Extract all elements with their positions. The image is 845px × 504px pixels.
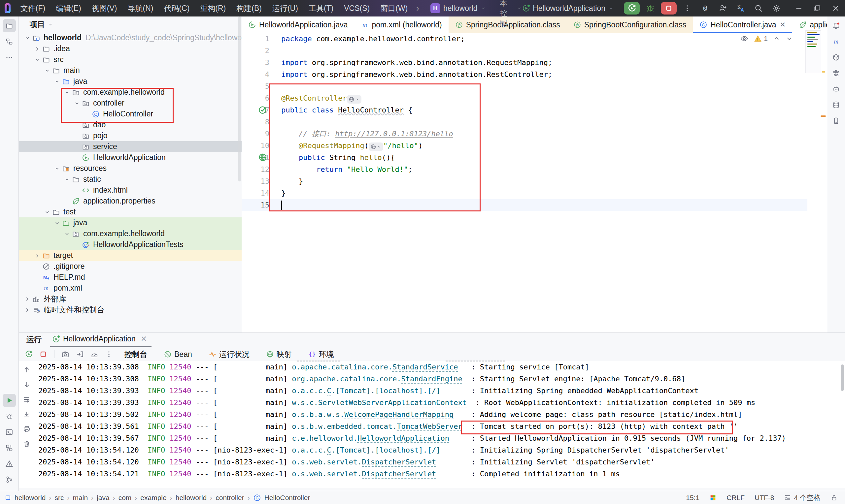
tree-item-.gitignore[interactable]: .gitignore xyxy=(18,261,242,272)
tree-item-java[interactable]: java xyxy=(18,76,242,87)
code-line[interactable] xyxy=(281,199,801,211)
view-tab-Bean[interactable]: Bean xyxy=(156,349,199,360)
stop-button[interactable] xyxy=(661,2,677,15)
chevron-down-icon[interactable] xyxy=(43,67,52,74)
console-class-link[interactable]: TomcatWebServer xyxy=(397,422,462,430)
chevron-right-icon[interactable] xyxy=(23,296,32,303)
code-line[interactable] xyxy=(281,45,801,57)
debug-button[interactable] xyxy=(643,2,657,15)
request-mapping-gutter-icon[interactable] xyxy=(258,153,268,163)
tree-item-.idea[interactable]: .idea xyxy=(18,43,242,54)
chevron-down-icon[interactable] xyxy=(786,35,793,42)
activitybar-more-icon[interactable] xyxy=(3,51,16,64)
console-class-link[interactable]: ServletWebServerApplicationContext xyxy=(318,398,467,407)
console-class-link[interactable]: DispatcherServlet xyxy=(362,470,436,478)
project-scrollbar[interactable] xyxy=(238,17,241,181)
menu-overflow-chevron-icon[interactable]: › xyxy=(413,3,423,14)
rightbar-ai-assistant-icon[interactable] xyxy=(829,83,843,96)
more-actions-icon[interactable] xyxy=(680,2,694,15)
menu-视图(V)[interactable]: 视图(V) xyxy=(87,2,122,14)
tree-item-java[interactable]: java xyxy=(18,217,242,228)
activitybar-structure-icon[interactable] xyxy=(3,35,16,48)
code-line[interactable]: import org.springframework.web.bind.anno… xyxy=(281,57,801,69)
rightbar-device-manager-icon[interactable] xyxy=(829,114,843,127)
tree-item-application.properties[interactable]: application.properties xyxy=(18,196,242,206)
code-line[interactable]: import org.springframework.web.bind.anno… xyxy=(281,69,801,80)
tree-item-HelloworldApplicationTests[interactable]: CHelloworldApplicationTests xyxy=(18,239,242,250)
tree-item-helloworld[interactable]: helloworldD:\JavaCode\study_code\SpringS… xyxy=(18,32,242,43)
mentions-icon[interactable]: @ xyxy=(698,2,712,15)
chevron-down-icon[interactable] xyxy=(63,231,71,237)
view-tab-环境[interactable]: {}环境 xyxy=(301,349,341,360)
run-tab[interactable]: HelloworldApplication ✕ xyxy=(50,335,152,347)
chevron-down-icon[interactable] xyxy=(43,209,52,215)
rightbar-notifications-icon[interactable] xyxy=(829,19,843,32)
chevron-right-icon[interactable] xyxy=(33,252,41,259)
console-class-link[interactable]: C xyxy=(327,386,331,395)
editor-tab[interactable]: mpom.xml (helloworld) xyxy=(354,17,448,33)
folded-lines-indicator[interactable] xyxy=(297,361,340,361)
menu-运行(U)[interactable]: 运行(U) xyxy=(267,2,303,14)
tree-item-pojo[interactable]: pojo xyxy=(18,130,242,141)
rerun-button[interactable] xyxy=(624,2,640,15)
editor-tab[interactable]: @SpringBootConfiguration.class xyxy=(567,17,693,33)
plugin-status-icon[interactable] xyxy=(709,494,717,501)
code-line[interactable]: @RestController xyxy=(281,92,801,104)
menu-构建(B)[interactable]: 构建(B) xyxy=(231,2,267,14)
rightbar-spring-icon[interactable] xyxy=(829,67,843,80)
chevron-down-icon[interactable] xyxy=(33,56,41,63)
code-line[interactable]: return "Hello World!"; xyxy=(281,164,801,176)
code-line[interactable]: package com.example.helloworld.controlle… xyxy=(281,33,801,45)
readonly-lock-icon[interactable] xyxy=(830,494,838,501)
tree-item-target[interactable]: target xyxy=(18,250,242,261)
comment-link[interactable]: http://127.0.0.1:8123/hello xyxy=(335,130,453,138)
maximize-button[interactable] xyxy=(808,0,827,17)
highlight-level-icon[interactable] xyxy=(740,34,749,43)
breadcrumb-item[interactable]: helloworld xyxy=(15,494,46,502)
console-class-link[interactable]: C xyxy=(327,446,331,454)
settings-icon[interactable] xyxy=(769,2,784,15)
editor-tab[interactable]: CHelloController.java✕ xyxy=(693,17,792,33)
code-line[interactable]: } xyxy=(281,187,801,199)
chevron-down-icon[interactable] xyxy=(23,35,32,41)
caret-position-widget[interactable]: 15:1 xyxy=(686,494,700,502)
close-button[interactable] xyxy=(827,0,845,17)
tree-item-com.example.helloworld[interactable]: com.example.helloworld xyxy=(18,228,242,239)
chevron-right-icon[interactable] xyxy=(23,307,32,313)
breadcrumb-item[interactable]: helloworld xyxy=(176,494,207,502)
thread-dump-icon[interactable] xyxy=(59,349,72,360)
menu-代码(C)[interactable]: 代码(C) xyxy=(158,2,195,14)
activitybar-services-icon[interactable] xyxy=(3,441,16,454)
folded-lines-indicator[interactable] xyxy=(446,361,505,361)
scroll-up-icon[interactable] xyxy=(21,364,32,375)
activitybar-terminal-icon[interactable] xyxy=(3,426,16,439)
tree-item-service[interactable]: service xyxy=(18,141,242,152)
search-icon[interactable] xyxy=(751,2,766,15)
tree-item-test[interactable]: test xyxy=(18,206,242,217)
tree-item-src[interactable]: src xyxy=(18,54,242,65)
tree-item-com.example.helloworld[interactable]: com.example.helloworld xyxy=(18,87,242,97)
code-line[interactable]: public String hello(){ xyxy=(281,152,801,164)
project-widget[interactable]: H helloworld xyxy=(430,3,487,13)
tree-item-resources[interactable]: resources xyxy=(18,163,242,174)
spring-bean-gutter-icon[interactable] xyxy=(258,105,268,115)
tree-item-dao[interactable]: dao xyxy=(18,120,242,130)
code-editor[interactable]: package com.example.helloworld.controlle… xyxy=(281,33,801,211)
code-line[interactable] xyxy=(281,80,801,92)
chevron-down-icon[interactable] xyxy=(63,89,71,96)
console-class-link[interactable]: HelloworldApplication xyxy=(357,434,449,442)
editor-tab[interactable]: HelloworldApplication.java xyxy=(242,17,354,33)
url-inlay-chip[interactable] xyxy=(347,95,362,104)
clear-all-icon[interactable] xyxy=(21,439,32,449)
breadcrumb-item[interactable]: com xyxy=(119,494,132,502)
breadcrumb-item[interactable]: java xyxy=(97,494,110,502)
tree-item--[interactable]: 外部库 xyxy=(18,293,242,304)
chevron-down-icon[interactable] xyxy=(73,100,81,107)
chevron-right-icon[interactable] xyxy=(33,46,41,52)
scroll-down-icon[interactable] xyxy=(21,379,32,390)
code-line[interactable]: public class HelloController { xyxy=(281,104,801,116)
activitybar-problems-icon[interactable] xyxy=(3,457,16,470)
editor-minimap[interactable] xyxy=(805,30,821,73)
tree-item-index.html[interactable]: index.html xyxy=(18,185,242,196)
console-class-link[interactable]: StandardEngine xyxy=(401,375,462,383)
